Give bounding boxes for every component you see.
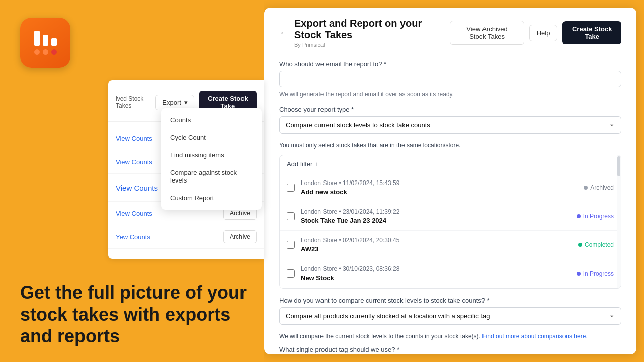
view-counts-link[interactable]: Yew Counts [116,233,150,241]
stock-take-info: London Store • 02/01/2024, 20:30:45 AW23 [301,237,572,253]
status-label: Completed [585,241,614,248]
create-stock-take-button[interactable]: Create Stock Take [562,21,621,44]
bottom-tagline: Get the full picture of your stock takes… [20,282,252,347]
store-date: London Store • 02/01/2024, 20:30:45 [301,237,572,244]
report-type-group: Choose your report type * Compare curren… [279,106,621,142]
stock-take-status: In Progress [577,270,614,277]
stock-take-checkbox-4[interactable] [287,269,295,278]
stock-take-info: London Store • 11/02/2024, 15:43:59 Add … [301,179,578,196]
compare-group: How do you want to compare current stock… [279,297,621,333]
panel-title: Export and Report on your Stock Takes [294,18,450,41]
stock-take-checkbox-2[interactable] [287,212,295,220]
find-out-link[interactable]: Find out more about comparisons here. [482,333,587,340]
dropdown-item-cycle-count[interactable]: Cycle Count [161,129,262,146]
stock-take-item: London Store • 23/01/2024, 11:39:22 Stoc… [280,202,621,231]
title-group: Export and Report on your Stock Takes By… [294,18,450,48]
export-dropdown: Counts Cycle Count Find missing items Co… [161,108,262,210]
status-dot [578,243,582,247]
export-label: Export [162,99,181,106]
dropdown-item-compare[interactable]: Compare against stock levels [161,164,262,189]
view-counts-link[interactable]: View Counts [116,158,152,166]
stock-take-checkbox-3[interactable] [287,241,295,249]
help-button[interactable]: Help [529,25,558,41]
store-date: London Store • 23/01/2024, 11:39:22 [301,208,571,215]
stock-take-name: Stock Take Tue Jan 23 2024 [301,217,571,224]
scrollbar[interactable] [617,155,621,288]
stock-take-name: Add new stock [301,188,578,196]
stock-take-status: Archived [584,184,614,191]
right-panel: ← Export and Report on your Stock Takes … [264,8,636,354]
app-logo [20,18,70,68]
stock-take-status: In Progress [577,213,614,220]
status-dot [577,272,581,276]
product-tag-label: What single product tag should we use? * [279,346,621,353]
store-date: London Store • 11/02/2024, 15:43:59 [301,179,578,187]
report-type-select[interactable]: Compare current stock levels to stock ta… [279,116,621,134]
compare-hint: We will compare the current stock levels… [279,333,621,340]
archived-label: ived Stock Takes [116,95,150,109]
list-item: Yew Counts Archive [108,225,264,249]
stock-take-status: Completed [578,241,614,248]
view-archived-button[interactable]: View Archived Stock Takes [450,21,524,45]
back-button[interactable]: ← [279,28,288,38]
dropdown-item-counts[interactable]: Counts [161,111,262,129]
stock-take-item: London Store • 30/10/2023, 08:36:28 New … [280,259,621,288]
stock-take-name: AW23 [301,245,572,253]
export-button[interactable]: Export ▾ [155,95,194,110]
panel-subtitle: By Primsical [294,42,450,48]
stock-take-info: London Store • 30/10/2023, 08:36:28 New … [301,265,571,282]
report-type-label: Choose your report type * [279,106,621,113]
view-counts-link[interactable]: View Counts [116,135,152,142]
compare-hint-text: We will compare the current stock levels… [279,333,480,340]
chevron-down-icon: ▾ [184,99,188,106]
add-filter-button[interactable]: Add filter + [287,160,318,168]
stock-take-name: New Stock [301,274,571,282]
stock-take-item: London Store • 11/02/2024, 15:43:59 Add … [280,173,621,202]
email-input[interactable] [279,71,621,87]
view-counts-link[interactable]: View Counts [116,210,152,217]
scroll-thumb [617,156,620,176]
stock-take-info: London Store • 23/01/2024, 11:39:22 Stoc… [301,208,571,224]
store-date: London Store • 30/10/2023, 08:36:28 [301,265,571,273]
product-tag-group: What single product tag should we use? * [279,346,621,354]
dropdown-item-custom[interactable]: Custom Report [161,189,262,207]
compare-select[interactable]: Compare all products currently stocked a… [279,307,621,325]
status-dot [584,186,588,190]
status-label: In Progress [583,213,614,220]
email-label: Who should we email the report to? * [279,60,621,68]
status-label: Archived [590,184,614,191]
view-counts-link[interactable]: View Counts [116,184,158,192]
status-label: In Progress [583,270,614,277]
tagline-text: Get the full picture of your stock takes… [20,282,252,347]
compare-label: How do you want to compare current stock… [279,297,621,304]
left-panel: ived Stock Takes Export ▾ Create Stock T… [0,0,264,362]
stock-takes-selector: Add filter + London Store • 11/02/2024, … [279,155,621,289]
filter-bar: Add filter + [280,155,621,173]
panel-title-area: ← Export and Report on your Stock Takes … [279,18,450,48]
stock-take-item: London Store • 02/01/2024, 20:30:45 AW23… [280,231,621,259]
email-field-group: Who should we email the report to? * We … [279,60,621,98]
dropdown-item-find-missing[interactable]: Find missing items [161,146,262,164]
status-dot [577,214,581,218]
panel-header: ← Export and Report on your Stock Takes … [279,18,621,48]
email-hint: We will generate the report and email it… [279,90,621,98]
header-actions: View Archived Stock Takes Help Create St… [450,21,621,45]
archive-button[interactable]: Archive [223,230,257,243]
stock-take-checkbox-1[interactable] [287,184,295,192]
location-note: You must only select stock takes that ar… [279,142,621,149]
